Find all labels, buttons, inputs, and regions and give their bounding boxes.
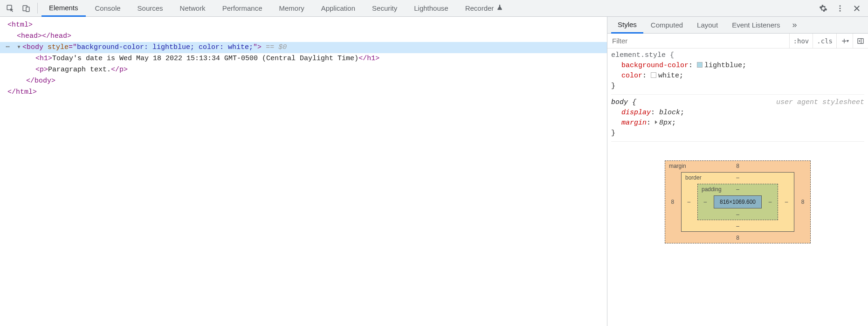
rule2-p1-name: display — [621, 109, 651, 117]
dom-p[interactable]: <p>Paragraph text.</p> — [0, 64, 607, 76]
rule2-p2-val: 8px — [659, 119, 672, 127]
rule1-p2-val: white — [658, 72, 679, 80]
gear-icon[interactable] — [817, 4, 830, 13]
dom-html-open[interactable]: <html> — [7, 21, 33, 29]
device-toggle-icon[interactable] — [19, 0, 34, 16]
dom-h1-text: Today's date is Wed May 18 2022 15:13:34… — [52, 55, 358, 62]
dom-body-open-suffix: "> — [253, 43, 262, 51]
expand-shorthand-icon[interactable] — [655, 120, 657, 124]
tabs-overflow-icon[interactable]: » — [788, 17, 802, 33]
dom-p-open: <p> — [35, 66, 48, 74]
svg-point-4 — [840, 7, 841, 9]
kebab-icon[interactable] — [834, 4, 847, 13]
tab-recorder[interactable]: Recorder — [458, 0, 511, 16]
close-icon[interactable] — [850, 4, 863, 13]
dom-body-hint: == $0 — [262, 43, 287, 51]
tab-lighthouse[interactable]: Lighthouse — [406, 0, 455, 16]
rule1-p1-name: background-color — [621, 62, 689, 69]
bm-border-left: – — [684, 199, 694, 205]
rule2-origin: user agent stylesheet — [776, 97, 864, 108]
box-model-margin[interactable]: margin 8 8 8 8 border – – – – padding – — [665, 160, 811, 243]
bm-padding-left: – — [701, 199, 710, 205]
dom-body-attr-eq: =" — [69, 43, 77, 51]
dom-h1[interactable]: <h1>Today's date is Wed May 18 2022 15:1… — [0, 53, 607, 64]
tab-event-listeners[interactable]: Event Listeners — [725, 17, 786, 33]
tab-recorder-label: Recorder — [465, 4, 494, 12]
dom-html-close[interactable]: </html> — [7, 88, 37, 96]
bm-border-bottom: – — [733, 223, 743, 229]
toolbar-right — [817, 0, 865, 16]
box-model-padding[interactable]: padding – – – – 816×1069.600 — [697, 184, 778, 220]
dom-head[interactable]: <head></head> — [17, 32, 71, 40]
bm-border-label: border — [685, 174, 702, 181]
dom-body-tag: <body — [22, 43, 48, 51]
tab-console[interactable]: Console — [88, 0, 128, 16]
tab-security[interactable]: Security — [365, 0, 405, 16]
dom-body-attr-val: background-color: lightblue; color: whit… — [77, 43, 253, 51]
bm-padding-top: – — [733, 186, 743, 193]
tab-memory[interactable]: Memory — [272, 0, 312, 16]
dom-body-open[interactable]: ⋯ ▾<body style="background-color: lightb… — [0, 42, 607, 53]
flask-icon — [496, 4, 503, 12]
tab-layout[interactable]: Layout — [690, 17, 724, 33]
bm-padding-right: – — [765, 199, 775, 205]
dom-body-attr-name: style — [48, 43, 69, 51]
swatch-white[interactable] — [651, 72, 656, 78]
box-model[interactable]: margin 8 8 8 8 border – – – – padding – — [607, 146, 868, 257]
bm-padding-label: padding — [702, 186, 722, 193]
toolbar-divider — [37, 3, 38, 14]
bm-border-right: – — [782, 199, 791, 205]
rule2-decl-1: display: block; — [611, 108, 864, 118]
bm-padding-bottom: – — [733, 211, 743, 218]
tab-styles[interactable]: Styles — [611, 17, 643, 34]
tab-network[interactable]: Network — [172, 0, 213, 16]
rule-element-style[interactable]: element.style { background-color: lightb… — [611, 50, 864, 95]
rule1-selector: element.style { — [611, 50, 864, 61]
tab-performance[interactable]: Performance — [215, 0, 270, 16]
filter-row: :hov .cls ▾ — [607, 34, 868, 49]
rule1-decl-1[interactable]: background-color: lightblue; — [611, 61, 864, 71]
box-model-content[interactable]: 816×1069.600 — [714, 195, 762, 208]
rule1-p1-val: lightblue — [704, 62, 742, 69]
rule1-close: } — [611, 81, 864, 91]
dom-h1-open: <h1> — [35, 55, 52, 62]
tab-application[interactable]: Application — [314, 0, 363, 16]
new-style-rule-icon[interactable]: ▾ — [836, 34, 853, 48]
styles-body: element.style { background-color: lightb… — [607, 49, 868, 146]
hov-toggle[interactable]: :hov — [789, 34, 813, 48]
main-tabs: Elements Console Sources Network Perform… — [41, 0, 510, 16]
bm-margin-label: margin — [669, 163, 686, 169]
inspect-icon[interactable] — [3, 0, 18, 16]
rule2-p2-name: margin — [621, 119, 647, 127]
svg-rect-6 — [858, 38, 863, 43]
rule1-decl-2[interactable]: color: white; — [611, 71, 864, 81]
dom-h1-close: </h1> — [358, 55, 379, 62]
rule2-close: } — [611, 128, 864, 139]
svg-rect-2 — [26, 7, 29, 12]
rule-body-ua[interactable]: user agent stylesheet body { display: bl… — [611, 97, 864, 142]
cls-toggle[interactable]: .cls — [813, 34, 836, 48]
rule1-p2-name: color — [621, 72, 642, 80]
dom-p-text: Paragraph text. — [48, 66, 111, 74]
bm-border-top: – — [733, 174, 743, 181]
svg-point-5 — [840, 10, 841, 11]
tab-computed[interactable]: Computed — [644, 17, 689, 33]
devtools-toolbar: Elements Console Sources Network Perform… — [0, 0, 868, 17]
tab-sources[interactable]: Sources — [130, 0, 171, 16]
rule2-decl-2: margin: 8px; — [611, 118, 864, 128]
svg-point-3 — [840, 5, 841, 7]
dom-p-close: </p> — [111, 66, 128, 74]
swatch-lightblue[interactable] — [697, 62, 703, 68]
filter-input[interactable] — [607, 34, 789, 48]
styles-sidebar: Styles Computed Layout Event Listeners »… — [607, 17, 868, 326]
bm-margin-right: 8 — [798, 199, 807, 205]
toggle-sidebar-icon[interactable] — [853, 34, 868, 48]
rule2-p1-val: block — [659, 109, 680, 117]
bm-margin-left: 8 — [668, 199, 677, 205]
dom-body-close[interactable]: </body> — [26, 77, 55, 85]
tab-elements[interactable]: Elements — [41, 0, 86, 17]
sidebar-tabs: Styles Computed Layout Event Listeners » — [607, 17, 868, 34]
bm-margin-bottom: 8 — [733, 235, 743, 241]
box-model-border[interactable]: border – – – – padding – – – – 816×1069.… — [681, 172, 794, 232]
dom-tree[interactable]: <html> <head></head> ⋯ ▾<body style="bac… — [0, 17, 607, 326]
